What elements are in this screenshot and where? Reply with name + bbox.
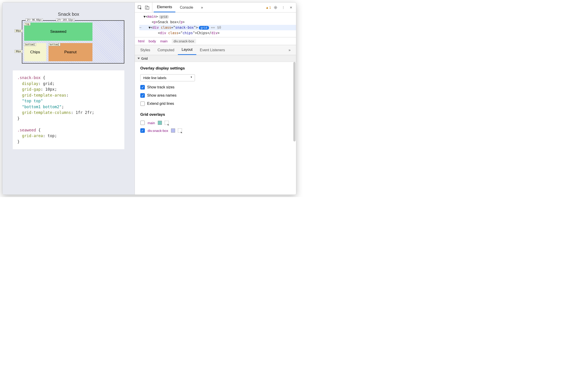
breadcrumb-item-active[interactable]: div.snack-box xyxy=(172,39,196,43)
close-icon[interactable]: ✕ xyxy=(288,4,294,11)
gear-icon[interactable] xyxy=(272,4,279,11)
grid-cell-peanut: bottom2 Peanut xyxy=(48,43,92,61)
layout-panel-body: Overlay display settings Hide line label… xyxy=(135,62,296,194)
devtools-tabbar: Elements Console » ▲ 1 ⋮ ✕ xyxy=(135,2,296,13)
subtab-more[interactable]: » xyxy=(285,45,294,55)
snack-box-grid: 1fr·96.66px 2fr·193.32px 80px top Seawee… xyxy=(22,20,124,64)
page-preview-pane: Snack box 1fr·96.66px 2fr·193.32px 80px … xyxy=(2,2,135,194)
overlay-main-checkbox[interactable] xyxy=(140,121,145,125)
tab-console[interactable]: Console xyxy=(177,2,196,12)
css-code-block: .snack-box { display: grid; grid-gap: 10… xyxy=(13,70,124,149)
overlay-row-snackbox: ✓ div.snack-box xyxy=(140,128,291,133)
overlay-row-main: main xyxy=(140,121,291,125)
col-size-label-1: 1fr·96.66px xyxy=(25,19,43,21)
show-area-names-checkbox[interactable]: ✓ xyxy=(140,93,145,98)
grid-cell-chips: 80px bottom1 Chips xyxy=(24,43,46,61)
inspect-element-icon[interactable] xyxy=(137,4,143,11)
overlay-settings-heading: Overlay display settings xyxy=(140,66,291,71)
warnings-badge[interactable]: ▲ 1 xyxy=(266,6,271,9)
overlay-snackbox-checkbox[interactable]: ✓ xyxy=(140,128,145,133)
breadcrumb-item[interactable]: html xyxy=(138,39,144,43)
area-name-top: top xyxy=(24,22,31,25)
subtab-computed[interactable]: Computed xyxy=(154,45,178,55)
tab-more[interactable]: » xyxy=(198,2,206,12)
area-name-bottom1: bottom1 xyxy=(24,43,36,46)
cell-label-chips: Chips xyxy=(30,50,40,54)
dom-text-node: Chips xyxy=(197,31,207,35)
scrollbar[interactable] xyxy=(293,62,295,141)
overlay-name[interactable]: div.snack-box xyxy=(147,129,168,133)
show-track-sizes-checkbox[interactable]: ✓ xyxy=(140,85,145,89)
extend-grid-lines-checkbox[interactable] xyxy=(140,101,145,106)
grid-cell-seaweed: 1fr·96.66px 2fr·193.32px 80px top Seawee… xyxy=(24,22,92,41)
checkbox-label: Extend grid lines xyxy=(147,102,174,106)
breadcrumb-item[interactable]: body xyxy=(149,39,156,43)
page-title: Snack box xyxy=(13,12,124,17)
area-name-bottom2: bottom2 xyxy=(48,43,60,46)
devtools-pane: Elements Console » ▲ 1 ⋮ ✕ ▼<main>grid <… xyxy=(135,2,296,194)
highlight-element-icon[interactable] xyxy=(178,128,182,133)
dom-tree[interactable]: ▼<main>grid <p>Snack box</p> ⋯ ▼<div cla… xyxy=(135,13,296,37)
line-labels-select[interactable]: Hide line labels xyxy=(140,74,195,81)
svg-point-3 xyxy=(275,7,276,8)
kebab-menu-icon[interactable]: ⋮ xyxy=(280,4,287,11)
row-size-label-1: 80px xyxy=(15,29,22,32)
checkbox-label: Show area names xyxy=(147,93,176,98)
row-size-label-2: 80px xyxy=(15,50,22,53)
grid-overlays-heading: Grid overlays xyxy=(140,112,291,117)
styles-sub-tabbar: Styles Computed Layout Event Listeners » xyxy=(135,45,296,55)
breadcrumb-item[interactable]: main xyxy=(160,39,168,43)
device-toolbar-icon[interactable] xyxy=(144,4,150,11)
subtab-event-listeners[interactable]: Event Listeners xyxy=(196,45,229,55)
section-title: Grid xyxy=(141,57,147,60)
cell-label-seaweed: Seaweed xyxy=(50,29,66,34)
color-swatch[interactable] xyxy=(171,128,175,133)
subtab-styles[interactable]: Styles xyxy=(137,45,154,55)
grid-overlay-wrapper: 1fr·96.66px 2fr·193.32px 80px top Seawee… xyxy=(22,20,124,64)
color-swatch[interactable] xyxy=(158,121,162,125)
subtab-layout[interactable]: Layout xyxy=(178,45,196,55)
checkbox-label: Show track sizes xyxy=(147,85,174,89)
highlight-element-icon[interactable] xyxy=(165,121,169,125)
cell-label-peanut: Peanut xyxy=(64,50,77,54)
svg-rect-2 xyxy=(147,7,149,9)
breadcrumb: html body main div.snack-box xyxy=(135,37,296,45)
grid-section-header[interactable]: Grid xyxy=(135,55,296,62)
dom-text-node: Snack box xyxy=(158,20,176,24)
tab-elements[interactable]: Elements xyxy=(154,2,175,12)
col-size-label-2: 2fr·193.32px xyxy=(56,19,75,21)
overlay-name[interactable]: main xyxy=(147,121,155,125)
